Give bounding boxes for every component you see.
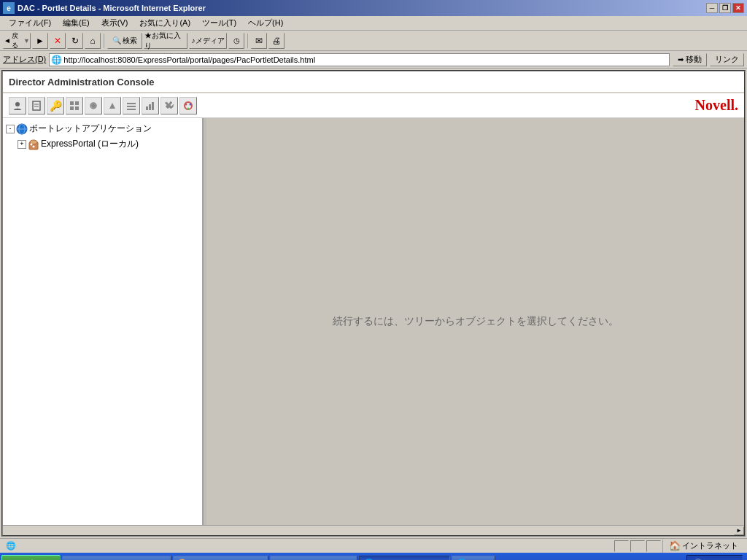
menu-view[interactable]: 表示(V) (96, 17, 134, 29)
address-label: アドレス(D) (3, 54, 46, 65)
tree-child-icon (28, 139, 39, 150)
status-left: 🌐 (0, 541, 614, 551)
toolbar-separator-2 (247, 34, 248, 48)
tree-root-expand[interactable]: - (6, 125, 15, 133)
svg-point-26 (33, 145, 35, 147)
tree-root[interactable]: - ポートレットアプリケーション (6, 121, 199, 136)
toolbar-settings-btn[interactable] (85, 97, 102, 114)
toolbar-key-btn[interactable]: 🔑 (47, 97, 64, 114)
svg-point-25 (31, 143, 33, 145)
svg-rect-12 (127, 109, 136, 110)
address-input[interactable]: http://localhost:8080/ExpressPortal/port… (63, 55, 667, 64)
menu-edit[interactable]: 編集(E) (57, 17, 96, 29)
history-button[interactable]: ◷ (228, 33, 244, 49)
toolbar-report-btn[interactable] (142, 97, 159, 114)
status-zone: 🏠 イントラネット (662, 540, 744, 553)
main-area: - ポートレットアプリケーション + (3, 118, 744, 525)
system-tray: 🔊 🖥 15:10 (684, 555, 746, 560)
svg-rect-6 (70, 106, 74, 110)
go-button[interactable]: ➡ 移動 (673, 53, 707, 66)
start-button[interactable]: ⊞ スタート (1, 555, 61, 560)
back-button[interactable]: ◄戻る ▼ (3, 33, 31, 49)
zone-label: イントラネット (682, 540, 738, 551)
tree-child-label: ExpressPortal (ローカル) (41, 138, 139, 150)
toolbar-pages-btn[interactable] (28, 97, 45, 114)
restore-button[interactable]: ❐ (719, 3, 731, 13)
nav-toolbar: ◄戻る ▼ ► ✕ ↻ ⌂ 🔍 検索 ★お気に入り ♪メディア ◷ ✉ 🖨 (0, 31, 747, 51)
search-button[interactable]: 🔍 検索 (107, 33, 142, 49)
novell-toolbar: 🔑 (3, 93, 744, 118)
links-button[interactable]: リンク (710, 53, 744, 66)
sys-tray-area: 🔊 🖥 15:10 (686, 555, 743, 560)
menu-favorites[interactable]: お気に入り(A) (133, 17, 196, 29)
menu-file[interactable]: ファイル(F) (3, 17, 57, 29)
tree-root-icon (16, 123, 28, 135)
tree-child-item[interactable]: + ExpressPortal (ローカル) (18, 136, 199, 152)
address-bar: アドレス(D) 🌐 http://localhost:8080/ExpressP… (0, 51, 747, 69)
svg-rect-11 (127, 106, 136, 107)
taskbar-item-0[interactable]: 🖥 exteNd Composer: CS... (62, 556, 171, 560)
taskbar-item-1[interactable]: 🎨 Jasc Paint Shop Pro (173, 556, 268, 560)
status-icon: 🌐 (6, 541, 16, 551)
mail-button[interactable]: ✉ (251, 33, 267, 49)
stop-button[interactable]: ✕ (50, 33, 66, 49)
refresh-button[interactable]: ↻ (67, 33, 83, 49)
start-label: スタート (19, 558, 54, 561)
menu-help[interactable]: ヘルプ(H) (242, 17, 289, 29)
tree-panel[interactable]: - ポートレットアプリケーション + (3, 118, 204, 525)
taskbar-item-3[interactable]: 🌐 DAC - Portlet Det... (359, 556, 450, 560)
taskbar-item-2[interactable]: ⚙ Application Server (270, 556, 357, 560)
status-box-1 (614, 540, 629, 552)
toolbar-wrench-btn[interactable] (160, 97, 178, 114)
toolbar-palette-btn[interactable] (179, 97, 197, 114)
toolbar-menu-btn[interactable] (123, 97, 140, 114)
tree-child-expand[interactable]: + (18, 140, 26, 149)
tree-root-label: ポートレットアプリケーション (29, 122, 152, 135)
toolbar-separator-1 (104, 34, 104, 48)
title-bar: e DAC - Portlet Details - Microsoft Inte… (0, 0, 747, 16)
svg-rect-7 (75, 106, 79, 110)
home-button[interactable]: ⌂ (85, 33, 101, 49)
media-button[interactable]: ♪メディア (189, 33, 227, 49)
scroll-right[interactable]: ► (734, 526, 744, 535)
minimize-button[interactable]: ─ (706, 3, 718, 13)
title-bar-text: DAC - Portlet Details - Microsoft Intern… (18, 4, 206, 12)
forward-button[interactable]: ► (32, 33, 48, 49)
svg-point-8 (91, 104, 96, 108)
svg-rect-1 (33, 101, 40, 110)
svg-rect-5 (75, 101, 79, 105)
console-header: Director Administration Console (3, 71, 744, 93)
status-box-3 (646, 540, 661, 552)
svg-point-0 (15, 102, 20, 106)
status-box-2 (630, 540, 645, 552)
content-panel: 続行するには、ツリーからオブジェクトを選択してください。 (206, 118, 744, 525)
svg-point-19 (187, 107, 190, 109)
print-button[interactable]: 🖨 (268, 33, 285, 49)
svg-rect-15 (152, 102, 154, 110)
svg-point-17 (185, 103, 187, 105)
svg-rect-14 (149, 104, 151, 110)
svg-rect-13 (146, 106, 148, 110)
title-bar-icon: e (3, 2, 15, 14)
taskbar: ⊞ スタート 🖥 exteNd Composer: CS... 🎨 Jasc P… (0, 553, 747, 560)
toolbar-grid-btn[interactable] (66, 97, 83, 114)
favorites-button[interactable]: ★お気に入り (144, 33, 187, 49)
svg-rect-10 (127, 103, 136, 104)
novell-logo: Novell. (695, 97, 738, 114)
toolbar-appearance-btn[interactable] (104, 97, 121, 114)
console-title: Director Administration Console (9, 77, 155, 88)
zone-icon: 🏠 (669, 540, 681, 551)
svg-point-18 (190, 103, 192, 105)
menu-bar: ファイル(F) 編集(E) 表示(V) お気に入り(A) ツール(T) ヘルプ(… (0, 16, 747, 31)
status-bar: 🌐 🏠 イントラネット (0, 538, 747, 553)
content-message: 続行するには、ツリーからオブジェクトを選択してください。 (333, 315, 619, 328)
taskbar-item-4[interactable]: 🌐 Portal (452, 556, 495, 560)
close-button[interactable]: ✕ (732, 3, 744, 13)
svg-rect-4 (70, 101, 74, 105)
menu-tools[interactable]: ツール(T) (196, 17, 242, 29)
toolbar-user-btn[interactable] (9, 97, 26, 114)
